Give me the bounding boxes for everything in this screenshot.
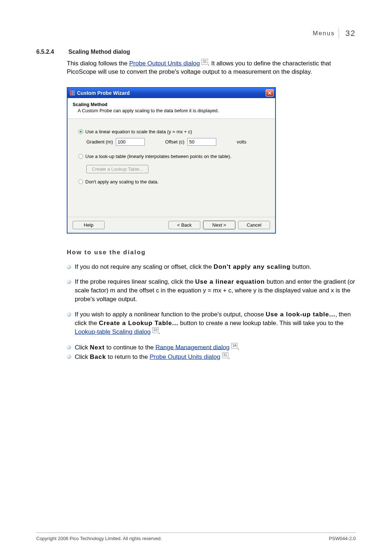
svg-rect-1 <box>73 91 75 95</box>
offset-input[interactable] <box>187 138 216 146</box>
page-ref-34: 34 <box>231 343 237 349</box>
create-lookup-table-button: Create a Lookup Table... <box>86 165 148 173</box>
page-footer: Copyright 2006 Pico Technology Limited. … <box>36 532 356 541</box>
bullet-icon <box>67 355 71 359</box>
header-label: Menus <box>313 28 338 39</box>
list-item: If you wish to apply a nonlinear functio… <box>67 310 356 336</box>
doc-id: PSW044-2.0 <box>329 536 356 541</box>
page-ref-31b: 31 <box>222 352 228 358</box>
intro-text-pre: This dialog follows the <box>67 60 129 67</box>
radio-lookup-label: Use a look-up table (linearly interpolat… <box>85 154 232 159</box>
howto-title: How to use the dialog <box>67 249 356 256</box>
probe-output-units-link[interactable]: Probe Output Units dialog <box>129 60 200 67</box>
gradient-input[interactable] <box>116 138 145 146</box>
close-button[interactable] <box>266 89 274 97</box>
dialog-footer: Help < Back Next > Cancel <box>68 217 275 233</box>
page-ref-31: 31 <box>201 59 208 65</box>
radio-unchecked-icon <box>78 179 83 184</box>
bullet-icon <box>67 312 71 317</box>
lookup-table-scaling-link[interactable]: Lookup-table Scaling dialog <box>75 328 151 335</box>
page-number: 32 <box>339 29 356 38</box>
next-button[interactable]: Next > <box>203 221 235 229</box>
intro-paragraph: This dialog follows the Probe Output Uni… <box>67 59 356 76</box>
copyright: Copyright 2006 Pico Technology Limited. … <box>36 536 162 541</box>
custom-probe-wizard-dialog: Custom Probe Wizard Scaling Method A Cus… <box>67 87 276 234</box>
help-button[interactable]: Help <box>73 221 105 229</box>
dialog-app-icon <box>70 90 75 96</box>
list-item: If the probe requires linear scaling, cl… <box>67 278 356 303</box>
dialog-title: Custom Probe Wizard <box>77 90 264 96</box>
section-number: 6.5.2.4 <box>36 49 67 55</box>
dialog-header-title: Scaling Method <box>73 102 270 107</box>
radio-lookup-table[interactable]: Use a look-up table (linearly interpolat… <box>78 154 264 159</box>
linear-fields: Gradient (m) Offset (c) volts <box>86 138 264 146</box>
offset-label: Offset (c) <box>165 139 184 145</box>
section-title: Scaling Method dialog <box>68 49 130 55</box>
page-ref-33: 33 <box>152 327 159 333</box>
cancel-button[interactable]: Cancel <box>238 221 270 229</box>
bullet-icon <box>67 280 71 284</box>
radio-no-scaling[interactable]: Don't apply any scaling to the data. <box>78 179 264 185</box>
back-button[interactable]: < Back <box>168 221 200 229</box>
bullet-icon <box>67 345 71 349</box>
gradient-label: Gradient (m) <box>86 139 113 145</box>
list-item: Click Next to continue to the Range Mana… <box>67 343 356 352</box>
list-item: Click Back to return to the Probe Output… <box>67 352 356 361</box>
bullet-icon <box>67 265 71 269</box>
howto-list: If you do not require any scaling or off… <box>67 263 356 361</box>
radio-checked-icon <box>78 129 83 134</box>
radio-none-label: Don't apply any scaling to the data. <box>85 179 159 185</box>
list-item: If you do not require any scaling or off… <box>67 263 356 271</box>
dialog-header: Scaling Method A Custom Probe can apply … <box>68 98 275 119</box>
probe-output-units-link-2[interactable]: Probe Output Units dialog <box>150 353 220 360</box>
dialog-titlebar: Custom Probe Wizard <box>68 88 275 98</box>
radio-linear-equation[interactable]: Use a linear equation to scale the data … <box>78 129 264 134</box>
offset-unit: volts <box>237 139 246 145</box>
dialog-body: Use a linear equation to scale the data … <box>68 119 275 217</box>
close-icon <box>268 91 271 95</box>
range-management-link[interactable]: Range Management dialog <box>155 344 229 351</box>
svg-rect-0 <box>70 91 72 95</box>
dialog-header-subtitle: A Custom Probe can apply scaling to the … <box>73 108 270 113</box>
radio-linear-label: Use a linear equation to scale the data … <box>85 129 192 134</box>
radio-unchecked-icon <box>78 154 83 159</box>
